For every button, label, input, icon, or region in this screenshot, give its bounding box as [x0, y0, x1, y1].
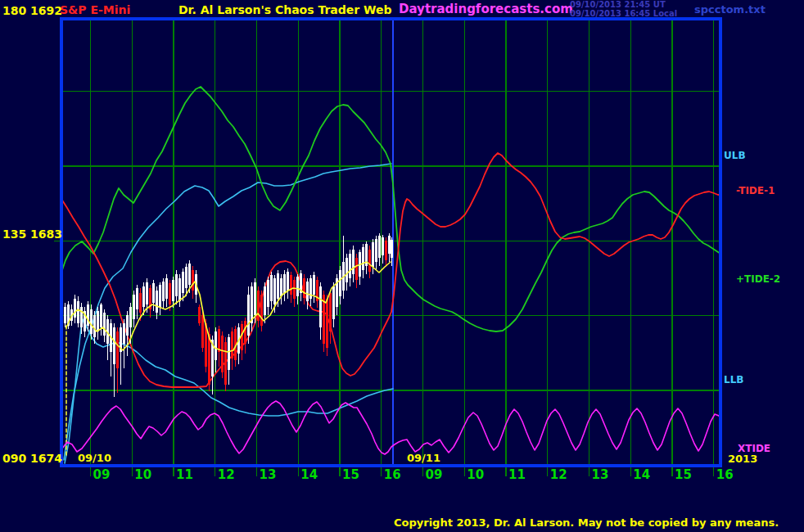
series-green-tide-2 — [62, 87, 720, 331]
series-magenta-xtide — [62, 401, 720, 454]
copyright-notice: Copyright 2013, Dr. Al Larson. May not b… — [394, 517, 779, 529]
hour-label: 12 — [218, 469, 235, 482]
hour-label: 13 — [260, 469, 277, 482]
price-scale-label: 090 1674 — [2, 453, 62, 465]
price-scale-label: 135 1683 — [2, 228, 62, 241]
series-name-label: XTIDE — [738, 444, 770, 454]
series-name-label: -TIDE-1 — [736, 186, 775, 196]
series-name-label: LLB — [724, 375, 743, 385]
hour-label: 13 — [592, 469, 609, 482]
hour-label: 14 — [633, 469, 650, 482]
price-scale-label: 180 1692 — [2, 5, 62, 17]
symbol-label: S&P E-Mini — [60, 4, 130, 16]
hour-label: 09 — [426, 469, 443, 482]
hour-label: 10 — [134, 469, 151, 482]
hour-label: 15 — [342, 469, 359, 482]
date-label: 09/11 — [407, 453, 440, 464]
hour-label: 12 — [550, 469, 567, 482]
chart-page: S&P E-Mini Dr. Al Larson's Chaos Trader … — [0, 0, 804, 532]
hour-label: 16 — [716, 469, 734, 482]
hour-label: 09 — [93, 469, 111, 482]
data-filename: spcctom.txt — [694, 4, 766, 16]
date-label: 2013 — [728, 453, 757, 465]
site-link[interactable]: Daytradingforecasts.com — [399, 3, 573, 16]
series-name-label: +TIDE-2 — [736, 274, 780, 285]
date-label: 09/10 — [78, 453, 111, 464]
hour-label: 16 — [384, 469, 401, 482]
hour-label: 10 — [467, 469, 484, 482]
page-title: Dr. Al Larson's Chaos Trader Web — [178, 4, 392, 16]
hour-label: 14 — [300, 469, 318, 482]
series-red-tide-1 — [61, 153, 720, 387]
series-name-label: ULB — [724, 151, 746, 161]
timestamp-ut: 09/10/2013 21:45 UT — [570, 1, 666, 10]
hour-label: 11 — [176, 469, 193, 482]
hour-label: 11 — [508, 469, 526, 482]
hour-label: 15 — [675, 469, 692, 482]
price-chart-canvas — [0, 0, 804, 532]
timestamp-local: 09/10/2013 16:45 Local — [570, 10, 677, 19]
series-ULB-upper-band — [64, 164, 391, 460]
